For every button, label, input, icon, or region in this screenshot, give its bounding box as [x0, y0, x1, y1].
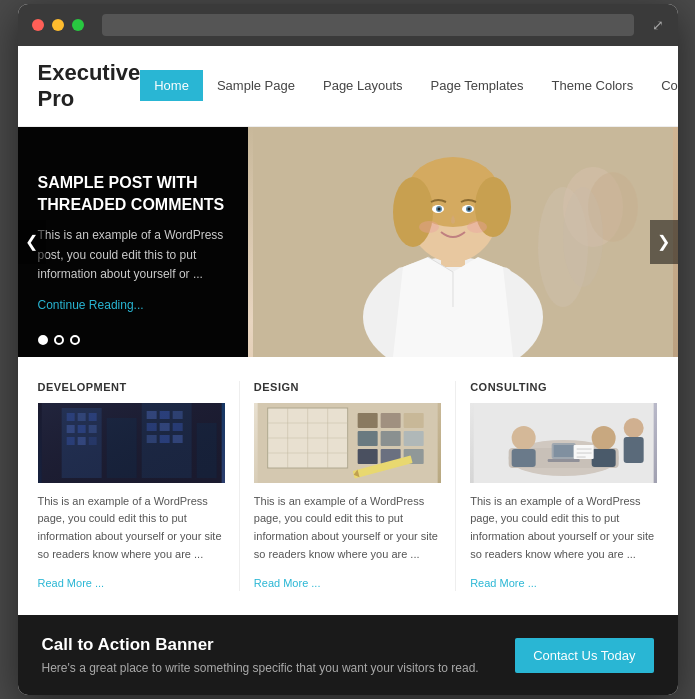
- col-link-consulting[interactable]: Read More ...: [470, 577, 537, 589]
- address-bar[interactable]: [102, 14, 634, 36]
- svg-rect-55: [403, 413, 423, 428]
- col-link-design[interactable]: Read More ...: [254, 577, 321, 589]
- col-title-consulting: CONSULTING: [470, 381, 657, 393]
- svg-rect-56: [357, 431, 377, 446]
- site-logo: Executive Pro: [38, 60, 141, 112]
- col-title-development: DEVELOPMENT: [38, 381, 225, 393]
- nav-item-page-layouts[interactable]: Page Layouts: [309, 70, 417, 101]
- slider-arrow-right[interactable]: ❯: [650, 220, 678, 264]
- three-columns: DEVELOPMENT: [18, 357, 678, 615]
- col-text-design: This is an example of a WordPress page, …: [254, 493, 441, 563]
- svg-point-69: [592, 426, 616, 450]
- svg-rect-59: [357, 449, 377, 464]
- browser-chrome: ⤢: [18, 4, 678, 46]
- hero-content: SAMPLE POST WITH THREADED COMMENTS This …: [18, 127, 248, 357]
- hero-image-svg: [248, 127, 678, 357]
- col-image-design: [254, 403, 441, 483]
- slider-dot-1[interactable]: [38, 335, 48, 345]
- col-image-development: [38, 403, 225, 483]
- nav-item-contact-us[interactable]: Contact Us: [647, 70, 677, 101]
- svg-rect-53: [357, 413, 377, 428]
- column-consulting: CONSULTING: [456, 381, 657, 591]
- svg-point-17: [467, 221, 487, 233]
- close-button[interactable]: [32, 19, 44, 31]
- svg-rect-72: [624, 437, 644, 463]
- site-nav: Home Sample Page Page Layouts Page Templ…: [140, 70, 677, 101]
- svg-rect-57: [380, 431, 400, 446]
- slider-arrow-left[interactable]: ❮: [18, 220, 46, 264]
- column-design: DESIGN: [240, 381, 456, 591]
- hero-title: SAMPLE POST WITH THREADED COMMENTS: [38, 172, 228, 217]
- minimize-button[interactable]: [52, 19, 64, 31]
- svg-rect-58: [403, 431, 423, 446]
- svg-rect-74: [554, 445, 574, 457]
- maximize-button[interactable]: [72, 19, 84, 31]
- svg-point-16: [419, 221, 439, 233]
- hero-slider: ❮ SAMPLE POST WITH THREADED COMMENTS Thi…: [18, 127, 678, 357]
- nav-item-home[interactable]: Home: [140, 70, 203, 101]
- svg-point-8: [393, 177, 433, 247]
- cta-title: Call to Action Banner: [42, 635, 479, 655]
- hero-image: [248, 127, 678, 357]
- svg-point-19: [563, 187, 603, 287]
- hero-continue-link[interactable]: Continue Reading...: [38, 298, 228, 312]
- svg-rect-68: [512, 449, 536, 467]
- svg-point-15: [467, 207, 470, 210]
- svg-rect-54: [380, 413, 400, 428]
- cta-button[interactable]: Contact Us Today: [515, 638, 653, 673]
- svg-point-14: [437, 207, 440, 210]
- nav-item-theme-colors[interactable]: Theme Colors: [538, 70, 648, 101]
- col-link-development[interactable]: Read More ...: [38, 577, 105, 589]
- nav-item-page-templates[interactable]: Page Templates: [417, 70, 538, 101]
- cta-banner: Call to Action Banner Here's a great pla…: [18, 615, 678, 695]
- col-text-development: This is an example of a WordPress page, …: [38, 493, 225, 563]
- hero-text: This is an example of a WordPress post, …: [38, 226, 228, 284]
- slider-dot-3[interactable]: [70, 335, 80, 345]
- cta-subtitle: Here's a great place to write something …: [42, 661, 479, 675]
- column-development: DEVELOPMENT: [38, 381, 240, 591]
- slider-dot-2[interactable]: [54, 335, 64, 345]
- svg-rect-75: [548, 459, 580, 462]
- slider-dots: [38, 335, 80, 345]
- cta-text-block: Call to Action Banner Here's a great pla…: [42, 635, 479, 675]
- col-text-consulting: This is an example of a WordPress page, …: [470, 493, 657, 563]
- site-header: Executive Pro Home Sample Page Page Layo…: [18, 46, 678, 127]
- nav-item-sample-page[interactable]: Sample Page: [203, 70, 309, 101]
- col-title-design: DESIGN: [254, 381, 441, 393]
- col-image-consulting: [470, 403, 657, 483]
- browser-window: ⤢ Executive Pro Home Sample Page Page La…: [18, 4, 678, 695]
- expand-icon[interactable]: ⤢: [652, 17, 664, 33]
- svg-point-71: [624, 418, 644, 438]
- svg-rect-70: [592, 449, 616, 467]
- svg-rect-43: [41, 403, 221, 483]
- svg-point-67: [512, 426, 536, 450]
